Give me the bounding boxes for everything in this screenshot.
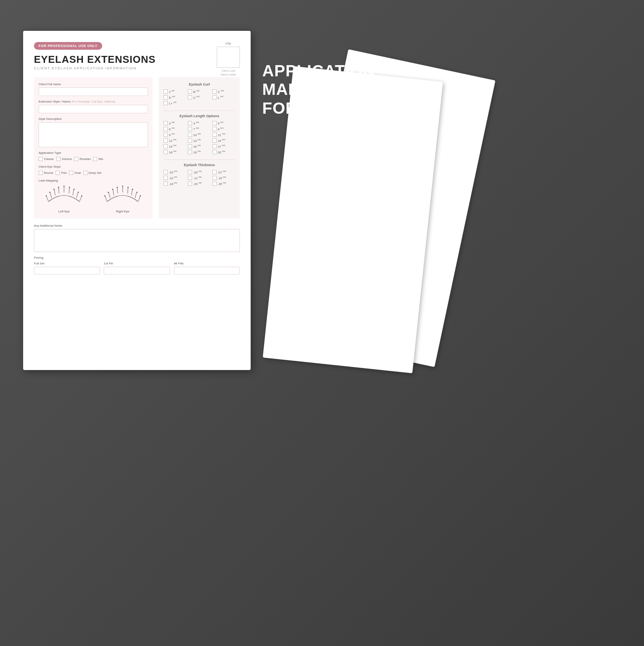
length-9[interactable]: 9 mm	[164, 133, 186, 137]
style-description-input[interactable]	[39, 122, 148, 147]
svg-line-6	[73, 190, 74, 195]
length-19[interactable]: 19 mm	[188, 150, 211, 154]
length-5-box[interactable]	[212, 121, 217, 125]
curl-Lplus-box[interactable]	[164, 101, 168, 105]
checkbox-oval[interactable]: Oval	[69, 171, 81, 175]
checkbox-round[interactable]: Round	[39, 171, 53, 175]
extension-style-input[interactable]	[39, 105, 148, 113]
length-20-box[interactable]	[212, 150, 217, 154]
svg-line-2	[54, 190, 55, 195]
length-6[interactable]: 6 mm	[164, 127, 186, 131]
svg-point-13	[64, 186, 65, 187]
checkbox-volume-box[interactable]	[56, 157, 61, 161]
curl-J-box[interactable]	[164, 89, 168, 94]
length-12-box[interactable]	[164, 138, 168, 143]
checkbox-oval-box[interactable]	[69, 171, 73, 175]
checkbox-russian[interactable]: Russian	[74, 157, 91, 161]
length-8[interactable]: 8 mm	[212, 127, 235, 131]
curl-C[interactable]: C curl	[212, 89, 235, 94]
length-3-box[interactable]	[164, 121, 168, 125]
thickness-20-box[interactable]	[188, 182, 192, 186]
length-8-box[interactable]	[212, 127, 217, 131]
curl-U-box[interactable]	[188, 95, 192, 99]
curl-B[interactable]: B curl	[188, 89, 211, 94]
length-15-box[interactable]	[164, 144, 168, 148]
thickness-03[interactable]: .03 mm	[164, 170, 186, 174]
checkbox-classic-box[interactable]	[39, 157, 43, 161]
full-set-input[interactable]	[34, 267, 100, 274]
length-10-box[interactable]	[188, 133, 192, 137]
svg-point-11	[54, 189, 55, 190]
length-20[interactable]: 20 mm	[212, 150, 235, 154]
curl-C-box[interactable]	[212, 89, 217, 94]
thickness-07[interactable]: .07 mm	[212, 170, 235, 174]
length-17[interactable]: 17 mm	[212, 144, 235, 148]
length-19-box[interactable]	[188, 150, 192, 154]
length-18[interactable]: 18 mm	[164, 150, 186, 154]
length-13-box[interactable]	[188, 138, 192, 143]
checkbox-mix[interactable]: Mix	[93, 157, 103, 161]
length-15[interactable]: 15 mm	[164, 144, 186, 148]
left-eye-diagram: Left Eye	[45, 185, 83, 213]
thickness-18[interactable]: .18 mm	[164, 182, 186, 186]
length-14[interactable]: 14 mm	[212, 138, 235, 143]
thickness-20[interactable]: .20 mm	[188, 182, 211, 186]
curl-D-box[interactable]	[164, 95, 168, 99]
curl-J[interactable]: J curl	[164, 89, 186, 94]
thickness-07-box[interactable]	[212, 170, 217, 174]
first-fill-input[interactable]	[104, 267, 170, 274]
checkbox-round-box[interactable]	[39, 171, 43, 175]
thickness-options-grid: .03 mm .05 mm .07 mm .10 mm	[164, 170, 235, 186]
length-3[interactable]: 3 mm	[164, 121, 186, 125]
checkbox-russian-box[interactable]	[74, 157, 78, 161]
checkbox-deep-set[interactable]: Deep Set	[83, 171, 101, 175]
length-17-box[interactable]	[212, 144, 217, 148]
thickness-25-box[interactable]	[212, 182, 217, 186]
length-16-box[interactable]	[188, 144, 192, 148]
checkbox-mix-box[interactable]	[93, 157, 97, 161]
thickness-03-box[interactable]	[164, 170, 168, 174]
additional-notes-input[interactable]	[34, 229, 240, 252]
thickness-25[interactable]: .25 mm	[212, 182, 235, 186]
curl-D[interactable]: D curl	[164, 95, 186, 99]
length-13[interactable]: 13 mm	[188, 138, 211, 143]
checkbox-volume[interactable]: Volume	[56, 157, 72, 161]
checkbox-thin[interactable]: Thin	[56, 171, 67, 175]
length-4[interactable]: 4 mm	[188, 121, 211, 125]
checkbox-thin-box[interactable]	[56, 171, 60, 175]
length-10[interactable]: 10 mm	[188, 133, 211, 137]
thickness-12[interactable]: .12 mm	[188, 176, 211, 180]
length-18-box[interactable]	[164, 150, 168, 154]
thickness-15-box[interactable]	[212, 176, 217, 180]
curl-Lplus[interactable]: L+ curl	[164, 101, 186, 105]
length-14-box[interactable]	[212, 138, 217, 143]
thickness-05-box[interactable]	[188, 170, 192, 174]
form-title: EYELASH EXTENSIONS	[34, 54, 240, 66]
thickness-15[interactable]: .15 mm	[212, 176, 235, 180]
length-16[interactable]: 16 mm	[188, 144, 211, 148]
thickness-12-box[interactable]	[188, 176, 192, 180]
length-11-box[interactable]	[212, 133, 217, 137]
thickness-05[interactable]: .05 mm	[188, 170, 211, 174]
length-7-box[interactable]	[188, 127, 192, 131]
curl-B-label: B curl	[193, 89, 199, 94]
client-full-name-input[interactable]	[39, 87, 148, 96]
checkbox-classic[interactable]: Classic	[39, 157, 54, 161]
length-4-box[interactable]	[188, 121, 192, 125]
length-7[interactable]: 7 mm	[188, 127, 211, 131]
all-fills-input[interactable]	[174, 267, 240, 274]
curl-L[interactable]: L curl	[212, 95, 235, 99]
thickness-10-box[interactable]	[164, 176, 168, 180]
length-11[interactable]: 11 mm	[212, 133, 235, 137]
form-paper: FOR PROFESSIONAL USE ONLY File Client La…	[23, 31, 251, 370]
thickness-18-box[interactable]	[164, 182, 168, 186]
curl-U[interactable]: U curl	[188, 95, 211, 99]
checkbox-deep-set-box[interactable]	[83, 171, 88, 175]
length-6-box[interactable]	[164, 127, 168, 131]
curl-B-box[interactable]	[188, 89, 192, 94]
length-12[interactable]: 12 mm	[164, 138, 186, 143]
thickness-10[interactable]: .10 mm	[164, 176, 186, 180]
length-9-box[interactable]	[164, 133, 168, 137]
curl-L-box[interactable]	[212, 95, 217, 99]
length-5[interactable]: 5 mm	[212, 121, 235, 125]
